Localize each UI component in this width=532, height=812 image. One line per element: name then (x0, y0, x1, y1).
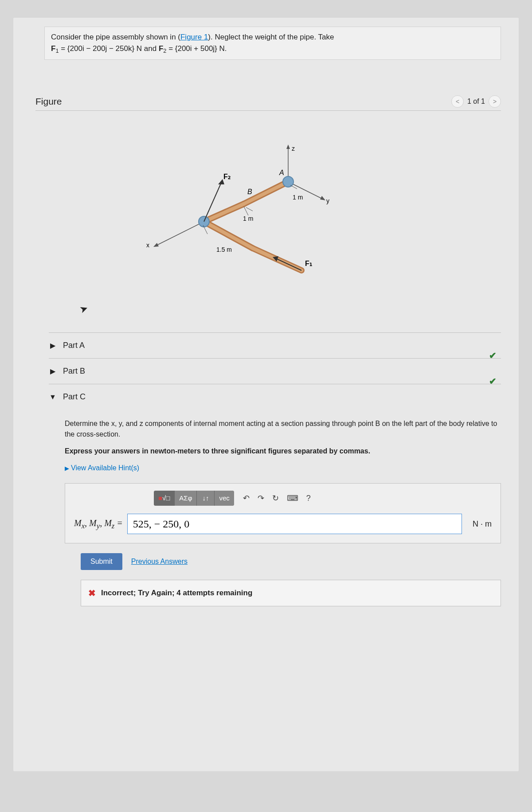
submit-button[interactable]: Submit (81, 553, 122, 570)
point-A-label: A (279, 169, 284, 176)
tool-template-button[interactable]: ■√□ (154, 491, 175, 506)
svg-line-18 (275, 258, 301, 270)
problem-intro: Consider the pipe assembly shown in ( (51, 33, 180, 41)
figure-title: Figure (35, 96, 62, 107)
collapse-icon: ▼ (49, 393, 57, 401)
part-c-header[interactable]: ▼ Part C (49, 384, 501, 410)
problem-statement: Consider the pipe assembly shown in (Fig… (44, 27, 501, 60)
answer-box: ■√□ ΑΣφ ↓↑ vec ↶ ↷ ↻ ⌨ ? Mx, My, Mz = (65, 483, 501, 543)
reset-button[interactable]: ↻ (272, 492, 279, 504)
pager-prev-button[interactable]: < (451, 95, 464, 108)
f1-symbol: F (51, 44, 55, 53)
part-b-label: Part B (63, 367, 85, 376)
hints-text: View Available Hint(s) (71, 464, 139, 472)
svg-marker-3 (320, 196, 325, 200)
keyboard-button[interactable]: ⌨ (287, 492, 298, 504)
equation-toolbar: ■√□ ΑΣφ ↓↑ vec ↶ ↷ ↻ ⌨ ? (154, 491, 492, 506)
f1-eq: = {200i − 200j − 250k} N and (59, 44, 158, 53)
part-a-header[interactable]: ▶ Part A ✔ (49, 332, 501, 358)
answer-var-label: Mx, My, Mz = (74, 516, 123, 531)
instruction-2: Express your answers in newton-meters to… (65, 446, 501, 457)
feedback-box: ✖ Incorrect; Try Again; 4 attempts remai… (81, 580, 501, 606)
point-B-label: B (247, 188, 252, 195)
tool-greek-button[interactable]: ΑΣφ (175, 491, 197, 506)
axis-z-label: z (292, 145, 295, 152)
svg-point-14 (283, 176, 293, 187)
tool-subscript-button[interactable]: ↓↑ (197, 491, 215, 506)
figure-link[interactable]: Figure 1 (180, 33, 208, 41)
view-hints-link[interactable]: ▶View Available Hint(s) (65, 463, 501, 473)
pager-text: 1 of 1 (467, 98, 485, 105)
answer-input[interactable] (127, 514, 462, 534)
svg-line-22 (244, 207, 248, 215)
expand-icon: ▶ (65, 465, 69, 472)
previous-answers-link[interactable]: Previous Answers (131, 556, 188, 567)
svg-marker-1 (286, 144, 290, 149)
svg-line-12 (204, 222, 253, 248)
dim-1m-b: 1 m (243, 215, 253, 222)
help-button[interactable]: ? (306, 492, 311, 504)
dim-1-5m: 1.5 m (216, 246, 232, 253)
force-F1-label: F₁ (305, 260, 312, 267)
f2-symbol: F (159, 44, 163, 53)
dim-1m-a: 1 m (293, 194, 303, 201)
axis-x-label: x (146, 242, 149, 249)
svg-marker-5 (153, 243, 159, 247)
svg-line-11 (204, 204, 244, 222)
part-a-label: Part A (63, 341, 85, 350)
undo-button[interactable]: ↶ (243, 492, 250, 504)
expand-icon: ▶ (49, 341, 57, 350)
pager-next-button[interactable]: > (489, 95, 501, 108)
force-F2-label: F₂ (223, 173, 231, 180)
redo-button[interactable]: ↷ (258, 492, 264, 504)
answer-unit: N · m (473, 518, 492, 530)
svg-line-4 (155, 222, 204, 246)
axis-y-label: y (326, 197, 329, 204)
feedback-text: Incorrect; Try Again; 4 attempts remaini… (101, 587, 252, 599)
cursor-icon: ➤ (78, 302, 90, 316)
figure-pager: < 1 of 1 > (451, 95, 501, 108)
problem-after-link: ). Neglect the weight of the pipe. Take (208, 33, 334, 41)
part-b-header[interactable]: ▶ Part B ✔ (49, 358, 501, 384)
part-c-label: Part C (63, 392, 86, 402)
f2-eq: = {200i + 500j} N. (166, 44, 227, 53)
figure-diagram: z y x A B (53, 120, 501, 324)
svg-line-21 (246, 207, 253, 211)
part-c-content: Determine the x, y, and z components of … (49, 410, 501, 606)
expand-icon: ▶ (49, 367, 57, 375)
instruction-1: Determine the x, y, and z components of … (65, 418, 501, 440)
tool-vec-button[interactable]: vec (215, 491, 234, 506)
incorrect-icon: ✖ (88, 586, 96, 600)
